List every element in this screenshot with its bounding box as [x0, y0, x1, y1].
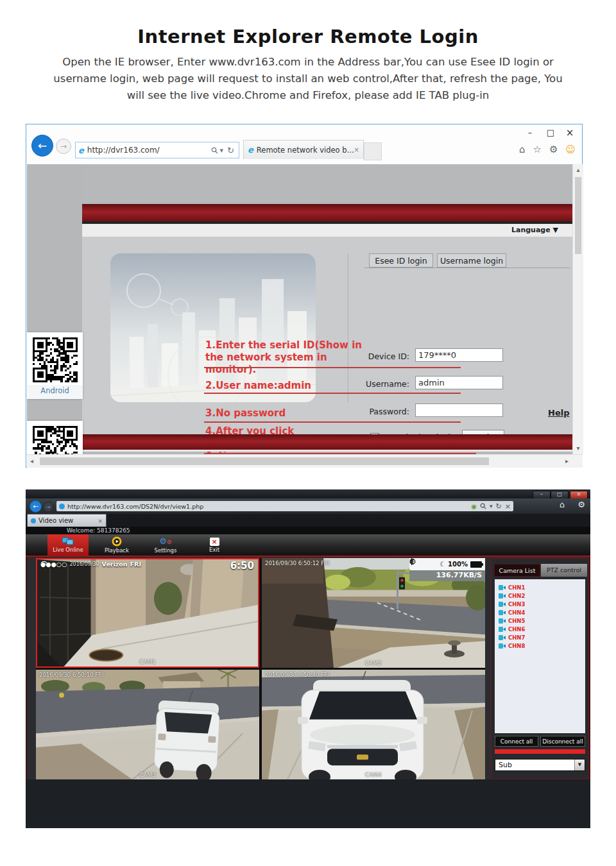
cam1-timestamp: 2016/09/30	[69, 561, 99, 567]
exit-button[interactable]: × Exit	[194, 534, 235, 556]
url-text[interactable]: http://www.dvr163.com/DS2N/dvr/view1.php	[67, 503, 468, 510]
site-banner	[82, 204, 572, 221]
device-id-label: Device ID:	[354, 352, 409, 361]
camera-timestamp: 2016/09/30 6:50:40 FRI	[265, 672, 329, 678]
vertical-scrollbar[interactable]: ▴ ▾	[572, 164, 583, 454]
channel-item[interactable]: CHN6	[495, 625, 585, 633]
wifi-icon	[40, 561, 47, 566]
scroll-thumb[interactable]	[40, 457, 489, 465]
dropdown-icon[interactable]: ▾	[220, 146, 224, 155]
qr-card-ios: IOS	[27, 421, 83, 454]
help-link[interactable]: Help	[548, 408, 569, 418]
close-tab-icon[interactable]: ×	[98, 518, 103, 524]
camera-icon	[499, 643, 506, 649]
welcome-bar: Welcome: 581378265	[26, 527, 590, 534]
titlebar: – □ ×	[26, 124, 582, 141]
channel-item[interactable]: CHN8	[495, 641, 585, 650]
forward-button[interactable]: →	[56, 139, 71, 154]
home-icon[interactable]: ⌂	[560, 500, 565, 509]
search-icon[interactable]	[211, 147, 218, 154]
channel-item[interactable]: CHN2	[495, 591, 585, 600]
red-strip	[495, 749, 585, 754]
tab-ptz-control[interactable]: PTZ control	[541, 564, 587, 577]
battery-percent: 100%	[448, 561, 468, 568]
scroll-down-icon[interactable]: ▾	[573, 445, 583, 452]
username-field[interactable]	[415, 376, 503, 389]
network-speed: 136.77KB/S	[409, 570, 485, 581]
camera-grid: ●●●○○ 2016/09/30 Verizon FRI 6:50 CAM1	[36, 558, 485, 779]
tab-row: Video view ×	[26, 514, 590, 527]
username-label: Username:	[354, 379, 409, 389]
home-icon[interactable]: ⌂	[519, 144, 526, 155]
maximize-button[interactable]: □	[541, 126, 560, 139]
minimize-button[interactable]: –	[520, 126, 540, 139]
new-tab-button[interactable]	[364, 142, 382, 160]
compat-icon[interactable]: ◉	[471, 503, 477, 510]
ie-icon: e	[78, 146, 84, 155]
refresh-icon[interactable]: ↻	[227, 146, 234, 155]
annotation-line	[204, 421, 461, 423]
carrier-label: Verizon	[102, 561, 128, 568]
browser-tab[interactable]: Video view ×	[27, 514, 107, 527]
channel-item[interactable]: CHN7	[495, 633, 585, 641]
settings-gear-icon[interactable]: ⚙	[549, 144, 558, 155]
playback-button[interactable]: Playback	[96, 534, 137, 556]
channel-item[interactable]: CHN4	[495, 608, 585, 616]
connect-all-button[interactable]: Connect all	[495, 736, 538, 747]
play-icon	[112, 536, 122, 547]
camera-name: CAM4	[262, 772, 485, 778]
tab-camera-list[interactable]: Camera List	[494, 564, 540, 577]
search-icon[interactable]	[480, 503, 486, 509]
ie-login-window: – □ × ← → e http://dvr163.com/ ▾ ↻ e Rem…	[26, 124, 583, 468]
device-id-field[interactable]	[415, 348, 503, 362]
camera-view-cam1[interactable]: ●●●○○ 2016/09/30 Verizon FRI 6:50 CAM1	[36, 558, 259, 668]
close-button[interactable]: ×	[560, 126, 579, 139]
refresh-icon[interactable]: ↻	[496, 502, 502, 511]
address-bar[interactable]: http://www.dvr163.com/DS2N/dvr/view1.php…	[56, 501, 513, 511]
annotation-3: 3.No password	[205, 407, 363, 420]
tabs-underline	[364, 267, 570, 268]
address-bar[interactable]: e http://dvr163.com/ ▾ ↻	[75, 142, 239, 158]
settings-button[interactable]: ⚙⚙ Settings	[145, 534, 186, 556]
camera-view-cam4[interactable]: 2016/09/30 6:50:40 FRI CAM4	[262, 670, 485, 779]
smiley-icon[interactable]: ☺	[565, 144, 576, 155]
annotation-2: 2.User name:admin	[205, 380, 363, 392]
camera-name: CAM1	[37, 659, 258, 665]
tab-username-login[interactable]: Username login	[437, 253, 506, 267]
channel-item[interactable]: CHN5	[495, 616, 585, 625]
browser-tab[interactable]: e Remote network video b... ×	[243, 140, 364, 159]
camera-view-cam2[interactable]: 2016/09/30 6:50:12 FRI ☾ 100% 136.77KB/S…	[262, 558, 485, 668]
password-label: Password:	[354, 407, 409, 416]
camera-view-cam3[interactable]: 2016/09/30 6:50:10 FRI CAM3	[36, 670, 259, 779]
dropdown-icon[interactable]: ▾	[490, 503, 493, 509]
dvr163-login-page: Language ▼	[82, 164, 572, 454]
close-tab-icon[interactable]: ×	[354, 146, 359, 153]
day-label: FRI	[130, 561, 141, 568]
forward-button[interactable]: →	[43, 502, 53, 512]
back-button[interactable]: ←	[30, 500, 42, 513]
back-button[interactable]: ←	[31, 135, 53, 157]
settings-gear-icon[interactable]: ⚙	[578, 500, 585, 509]
channel-item[interactable]: CHN1	[495, 583, 585, 591]
camera-icon	[499, 627, 506, 632]
password-field[interactable]	[415, 403, 503, 417]
scroll-up-icon[interactable]: ▴	[573, 166, 583, 173]
url-text[interactable]: http://dvr163.com/	[87, 146, 211, 155]
horizontal-scrollbar[interactable]: ◂ ▸	[27, 454, 583, 468]
scroll-left-icon[interactable]: ◂	[30, 457, 33, 464]
dropdown-arrow-icon[interactable]: ▼	[574, 760, 585, 770]
disconnect-all-button[interactable]: Disconnect all	[540, 736, 585, 747]
stop-icon[interactable]: ×	[505, 502, 511, 511]
camera-icon	[499, 618, 506, 624]
ios-qr-code	[33, 426, 78, 454]
live-online-button[interactable]: Live Online	[47, 534, 89, 556]
stream-select[interactable]: Sub ▼	[495, 759, 585, 771]
tab-title: Video view	[38, 517, 98, 524]
scroll-thumb[interactable]	[575, 177, 581, 254]
scroll-right-icon[interactable]: ▸	[565, 457, 569, 464]
tab-esee-id-login[interactable]: Esee ID login	[369, 253, 433, 267]
channel-item[interactable]: CHN3	[495, 600, 585, 608]
favorites-star-icon[interactable]: ☆	[533, 144, 541, 155]
language-selector[interactable]: Language ▼	[82, 224, 572, 237]
bluetooth-icon	[409, 558, 414, 565]
